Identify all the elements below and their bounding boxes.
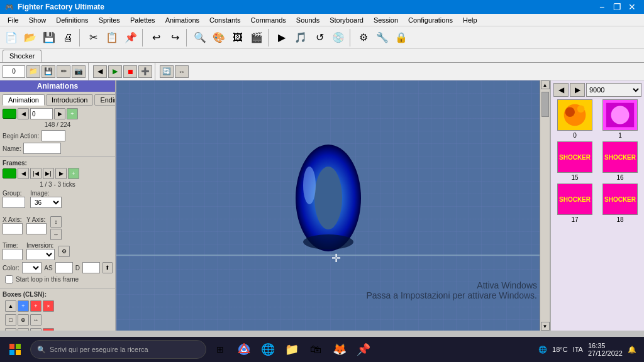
- scroll-up-btn[interactable]: ▲: [541, 80, 550, 89]
- toolbar-play[interactable]: ▶: [273, 29, 291, 47]
- sprite-item-1[interactable]: 1: [599, 99, 641, 139]
- flip-v-btn[interactable]: ↔: [50, 229, 62, 240]
- clsn-clear[interactable]: ×: [43, 328, 54, 331]
- anim-next-btn[interactable]: ▶: [54, 108, 65, 119]
- toolbar-new[interactable]: 📄: [3, 29, 20, 47]
- tab-animation[interactable]: Animation: [3, 94, 45, 106]
- toolbar-paste[interactable]: 📌: [122, 29, 140, 47]
- toolbar-undo[interactable]: ↩: [147, 29, 165, 47]
- taskbar-notification[interactable]: 🔔: [628, 346, 636, 354]
- frames-add-btn[interactable]: +: [68, 168, 79, 179]
- title-bar-controls[interactable]: − ❐ ✕: [595, 0, 639, 14]
- toolbar-animation[interactable]: 🎬: [248, 29, 265, 47]
- taskbar-search[interactable]: 🔍 Scrivi qui per eseguire la ricerca: [30, 340, 206, 359]
- minimize-button[interactable]: −: [595, 0, 609, 14]
- anim-green-btn[interactable]: [3, 109, 16, 119]
- name-input[interactable]: 0: [23, 143, 61, 154]
- menu-sprites[interactable]: Sprites: [94, 14, 125, 26]
- toolbar-open[interactable]: 📂: [21, 29, 39, 47]
- anim-add-btn[interactable]: +: [67, 108, 78, 119]
- taskbar-edge[interactable]: 🌐: [257, 338, 279, 361]
- taskbar-chrome[interactable]: [233, 338, 255, 361]
- clsn-move[interactable]: ↔: [30, 314, 42, 326]
- inversion-select[interactable]: [26, 249, 55, 260]
- group-input[interactable]: 8: [3, 197, 25, 208]
- anim-stop[interactable]: ⏹: [123, 65, 137, 78]
- vertical-scrollbar[interactable]: ▲ ▼: [540, 80, 550, 331]
- clsn-add-red[interactable]: +: [30, 300, 42, 312]
- right-prev-btn[interactable]: ◀: [553, 83, 569, 97]
- menu-configurations[interactable]: Configurations: [403, 14, 458, 26]
- toolbar-cut[interactable]: ✂: [84, 29, 102, 47]
- tab-ending[interactable]: Ending: [94, 94, 115, 106]
- anim-number-select[interactable]: 9000: [586, 83, 641, 97]
- anim-number-input[interactable]: [30, 108, 53, 119]
- anim-mirror[interactable]: ↔: [175, 65, 189, 78]
- clsn-select[interactable]: ⊕: [18, 314, 29, 326]
- yaxis-input[interactable]: 0: [26, 223, 47, 234]
- toolbar-palette[interactable]: 🎨: [210, 29, 228, 47]
- begin-action-input[interactable]: 3002: [42, 130, 65, 141]
- scroll-down-btn[interactable]: ▼: [541, 322, 550, 331]
- menu-constants[interactable]: Constants: [204, 14, 246, 26]
- menu-palettes[interactable]: Palettes: [125, 14, 160, 26]
- as-input[interactable]: 0: [55, 262, 73, 273]
- frames-green-btn[interactable]: [3, 168, 16, 178]
- tab-introduction[interactable]: Introduction: [46, 94, 93, 106]
- toolbar-copy[interactable]: 📋: [103, 29, 121, 47]
- menu-commands[interactable]: Commands: [246, 14, 291, 26]
- clsn-rect[interactable]: □: [5, 314, 16, 326]
- toolbar-search[interactable]: 🔍: [191, 29, 209, 47]
- clsn-del[interactable]: ×: [43, 300, 54, 312]
- toolbar-config[interactable]: ⚙: [355, 29, 372, 47]
- inversion-extra-btn[interactable]: ⚙: [58, 246, 70, 257]
- frames-prev-btn[interactable]: ◀: [18, 168, 29, 179]
- color-extra-btn[interactable]: ⬆: [103, 262, 113, 273]
- taskbar-explorer[interactable]: 📁: [280, 338, 303, 361]
- clsn-add-blue[interactable]: +: [18, 300, 29, 312]
- menu-file[interactable]: File: [3, 14, 24, 26]
- toolbar-print[interactable]: 🖨: [59, 29, 77, 47]
- flip-h-btn[interactable]: ↕: [50, 216, 62, 228]
- toolbar-sound[interactable]: 🎵: [292, 29, 309, 47]
- taskbar-taskview[interactable]: ⊞: [209, 338, 231, 361]
- sprite-item-16[interactable]: SHOCKER 16: [599, 141, 641, 181]
- d-input[interactable]: 0: [82, 262, 100, 273]
- anim-play[interactable]: ▶: [108, 65, 122, 78]
- right-next-btn[interactable]: ▶: [570, 83, 585, 97]
- sprite-item-0[interactable]: 0: [553, 99, 596, 139]
- menu-animations[interactable]: Animations: [160, 14, 204, 26]
- toolbar-lock[interactable]: 🔒: [392, 29, 410, 47]
- time-input[interactable]: 8: [3, 249, 23, 260]
- restore-button[interactable]: ❐: [610, 0, 624, 14]
- frames-last-btn[interactable]: ▶|: [43, 168, 54, 179]
- toolbar-sprite[interactable]: 🖼: [229, 29, 247, 47]
- anim-save[interactable]: 💾: [42, 65, 55, 78]
- taskbar-store[interactable]: 🛍: [304, 338, 327, 361]
- frame-number-input[interactable]: [3, 65, 25, 78]
- xaxis-input[interactable]: 0: [3, 223, 23, 234]
- start-button[interactable]: [3, 339, 28, 359]
- toolbar-export[interactable]: 💿: [330, 29, 347, 47]
- scroll-thumb[interactable]: [541, 92, 549, 117]
- toolbar-redo[interactable]: ↪: [166, 29, 184, 47]
- menu-sounds[interactable]: Sounds: [291, 14, 325, 26]
- anim-edit[interactable]: ✏: [57, 65, 70, 78]
- menu-storyboard[interactable]: Storyboard: [325, 14, 369, 26]
- frames-next-btn[interactable]: ▶: [55, 168, 67, 179]
- menu-session[interactable]: Session: [369, 14, 403, 26]
- menu-show[interactable]: Show: [24, 14, 52, 26]
- anim-camera[interactable]: 📷: [72, 65, 86, 78]
- menu-help[interactable]: Help: [458, 14, 482, 26]
- sprite-item-17[interactable]: SHOCKER 17: [553, 184, 596, 223]
- menu-definitions[interactable]: Definitions: [51, 14, 93, 26]
- taskbar-ff[interactable]: 🦊: [328, 338, 351, 361]
- tab-shocker[interactable]: Shocker: [3, 50, 42, 62]
- clsn-up[interactable]: ▲: [5, 300, 16, 312]
- anim-loop[interactable]: 🔄: [160, 65, 174, 78]
- anim-add[interactable]: ➕: [138, 65, 152, 78]
- close-button[interactable]: ✕: [625, 0, 639, 14]
- anim-prev-btn[interactable]: ◀: [18, 108, 29, 119]
- sprite-item-18[interactable]: SHOCKER 18: [599, 184, 641, 223]
- clsn-copy[interactable]: 📋: [5, 328, 16, 331]
